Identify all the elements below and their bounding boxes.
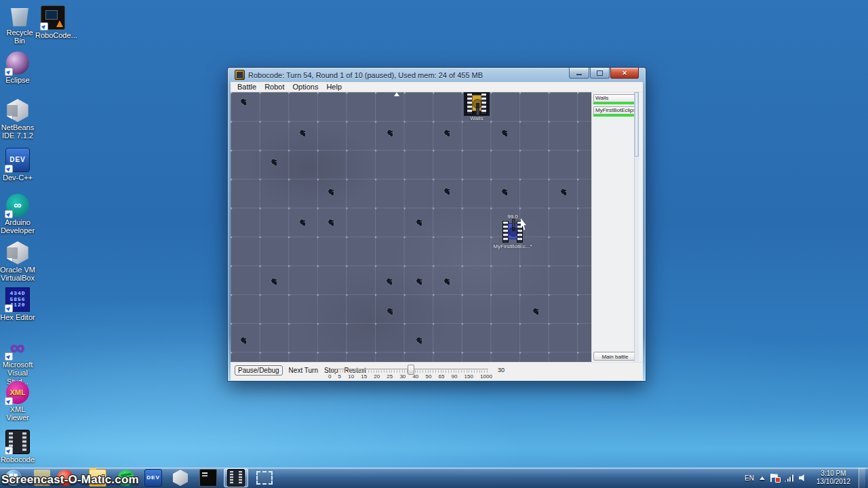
robocode-app-icon (235, 70, 245, 80)
robot-turret-icon (509, 227, 518, 237)
shortcut-arrow-icon (5, 304, 13, 312)
menu-battle[interactable]: Battle (233, 83, 260, 91)
tps-tick-label: 50 (425, 373, 431, 380)
robot-turret-icon (473, 99, 482, 108)
desktop-icon-hex-editor[interactable]: 434D58564120Hex Editor (0, 287, 35, 321)
virtualbox-icon (6, 241, 29, 264)
debris-mark (387, 129, 394, 138)
close-button[interactable]: ✕ (610, 68, 639, 79)
desktop-icon-oracle-vm-virtualbox[interactable]: Oracle VM VirtualBox (0, 241, 35, 283)
taskbar-app-remote-window[interactable] (252, 468, 277, 487)
main-battle-log-button[interactable]: Main battle log (593, 352, 637, 361)
debris-mark (416, 336, 423, 346)
visual-studio-icon: ∞ (6, 336, 29, 359)
control-button-next-turn[interactable]: Next Turn (289, 367, 318, 374)
command-prompt-icon (199, 469, 217, 487)
robot-sidebar: WallsMyFirstBotEclipse* Main battle log (591, 92, 639, 362)
tps-tick-label: 25 (387, 373, 393, 380)
scrollbar-thumb[interactable] (635, 92, 639, 157)
desktop-icon-label: NetBeans IDE 7.1.2 (0, 123, 35, 140)
window-titlebar[interactable]: Robocode: Turn 54, Round 1 of 10 (paused… (231, 68, 643, 82)
tps-tick-label: 65 (439, 373, 445, 380)
menu-robot[interactable]: Robot (260, 83, 288, 91)
taskbar-app-dev-cpp[interactable]: DEV (141, 468, 165, 487)
taskbar-app-command-prompt[interactable] (196, 468, 220, 487)
desktop-icon-recycle-bin[interactable]: Recycle Bin (2, 4, 37, 45)
desktop-icon-label: Oracle VM VirtualBox (0, 266, 35, 283)
shortcut-arrow-icon (5, 210, 13, 218)
robocode-icon (227, 469, 245, 487)
tps-tick-label: 150 (465, 373, 473, 380)
sidebar-robot-button-myfirstboteclipse[interactable]: MyFirstBotEclipse* (593, 106, 637, 115)
desktop-icon-arduino-developer[interactable]: ∞Arduino Developer (0, 194, 35, 235)
tps-tick-label: 90 (452, 373, 458, 380)
menu-options[interactable]: Options (289, 83, 323, 91)
dev-cpp-icon: DEV (144, 469, 162, 487)
shortcut-arrow-icon (5, 115, 13, 123)
menu-help[interactable]: Help (322, 83, 346, 91)
debris-mark (443, 129, 451, 138)
action-center-flag-icon[interactable] (770, 474, 779, 482)
debris-mark (240, 336, 248, 346)
language-indicator[interactable]: EN (745, 474, 754, 482)
debris-mark (416, 277, 423, 287)
tps-tick-label: 20 (374, 373, 380, 380)
robocode-window: Robocode: Turn 54, Round 1 of 10 (paused… (228, 68, 646, 381)
netbeans-icon (172, 470, 189, 486)
debris-mark (328, 188, 335, 197)
arduino-icon: ∞ (6, 194, 29, 217)
tps-tick-label: 30 (399, 373, 406, 380)
maximize-button[interactable] (590, 68, 610, 79)
tray-clock[interactable]: 3:10 PM 13/10/2012 (816, 470, 850, 486)
debris-mark (416, 218, 423, 228)
sidebar-scrollbar[interactable] (634, 92, 639, 362)
debris-mark (532, 307, 540, 317)
debris-mark (328, 218, 335, 228)
volume-icon[interactable] (799, 474, 808, 482)
network-icon[interactable] (785, 474, 793, 482)
desktop: Recycle BinRoboCode...EclipseNetBeans ID… (0, 0, 868, 488)
debris-mark (271, 277, 278, 287)
window-controls: ✕ (568, 68, 639, 79)
debris-mark (271, 158, 278, 167)
shortcut-arrow-icon (5, 68, 13, 76)
xml-viewer-icon: XML (6, 381, 29, 404)
desktop-icon-eclipse[interactable]: Eclipse (0, 52, 35, 84)
desktop-icon-robocode[interactable]: RoboCode... (35, 5, 71, 39)
taskbar-app-robocode[interactable] (224, 468, 248, 487)
shortcut-arrow-icon (5, 165, 13, 173)
desktop-icon-netbeans-ide-7-1-2[interactable]: NetBeans IDE 7.1.2 (0, 99, 35, 140)
shortcut-arrow-icon (5, 258, 13, 266)
desktop-icon-xml-viewer[interactable]: XMLXML Viewer (0, 381, 35, 422)
sidebar-robot-entry: MyFirstBotEclipse* (593, 106, 637, 117)
battle-control-bar: Pause/DebugNext TurnStopRestart 05101520… (231, 362, 643, 380)
sidebar-robot-button-walls[interactable]: Walls (593, 94, 637, 102)
desktop-icon-microsoft-visual-stud[interactable]: ∞Microsoft Visual Stud... (0, 336, 35, 386)
robot-energy: 99.0 (507, 214, 518, 220)
sidebar-robot-entry: Walls (593, 94, 637, 104)
desktop-icon-dev-c[interactable]: DEVDev-C++ (0, 148, 35, 182)
shortcut-arrow-icon (5, 397, 13, 405)
tps-tick-label: 40 (412, 373, 418, 380)
taskbar-app-netbeans[interactable] (168, 468, 193, 487)
debris-mark (501, 129, 509, 138)
show-desktop-button[interactable] (859, 468, 865, 488)
robot-name-label: Walls (470, 115, 483, 121)
eclipse-icon (6, 52, 29, 75)
control-button-pause-debug[interactable]: Pause/Debug (235, 365, 283, 375)
tps-tick-label: 10 (348, 373, 354, 380)
debris-mark (560, 188, 568, 197)
robocode-icon (5, 430, 30, 454)
robocode-file-icon (41, 5, 65, 30)
debris-mark (443, 277, 451, 287)
desktop-icon-robocode[interactable]: Robocode (0, 430, 35, 464)
remote-window-icon (256, 471, 273, 485)
minimize-button[interactable] (569, 68, 589, 79)
tps-tick-label: 1000 (480, 373, 492, 380)
tps-value: 30 (498, 367, 505, 373)
hidden-icons-chevron-icon[interactable] (760, 476, 765, 480)
debris-mark (299, 218, 307, 228)
desktop-icon-label: Eclipse (0, 76, 35, 84)
robot-name-label: MyFirstBotEc...* (493, 243, 532, 249)
window-body: 100.0Walls99.0MyFirstBotEc...* WallsMyFi… (231, 92, 643, 362)
